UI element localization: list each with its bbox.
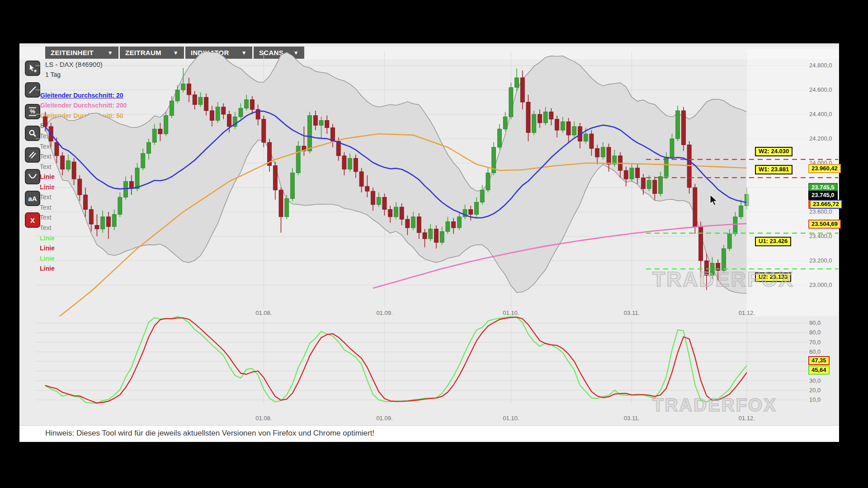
stoch-value-tag: 45,64 <box>808 366 830 375</box>
candle <box>566 122 571 135</box>
candle <box>440 231 444 242</box>
candle <box>590 134 594 148</box>
candle <box>400 207 404 219</box>
candle <box>84 195 88 209</box>
candle <box>486 173 490 190</box>
candle <box>452 222 456 228</box>
candle <box>739 206 743 217</box>
candle <box>727 234 731 249</box>
candle <box>429 229 433 239</box>
candle <box>95 225 99 229</box>
candle <box>354 158 358 172</box>
candle <box>636 168 640 178</box>
candle <box>164 116 168 134</box>
price-axis-label: 23.200,0 <box>809 257 832 264</box>
candle <box>601 147 605 157</box>
candle <box>61 156 65 169</box>
candle <box>670 139 674 157</box>
candle <box>503 117 507 129</box>
candle <box>532 114 536 133</box>
candle <box>308 116 312 151</box>
price-axis-label: 24.800,0 <box>809 62 832 69</box>
candle <box>469 210 473 215</box>
candle <box>624 170 628 179</box>
candle <box>411 217 415 228</box>
candle <box>377 197 381 205</box>
candle <box>434 229 438 243</box>
candle <box>175 90 179 101</box>
candle <box>43 117 47 127</box>
candle <box>348 158 352 169</box>
candle <box>607 147 611 164</box>
candle <box>681 111 685 145</box>
price-axis-label: 24.400,0 <box>809 111 832 117</box>
candle <box>245 100 249 108</box>
stoch-axis-label: 90,0 <box>809 319 821 326</box>
price-tag: 23.745,0 <box>808 191 838 200</box>
candle <box>676 111 680 139</box>
price-tag: 23.960,42 <box>808 164 841 173</box>
candle <box>325 121 329 128</box>
candle <box>55 142 59 156</box>
candle <box>216 107 220 121</box>
candle <box>210 111 214 121</box>
candle <box>187 84 191 95</box>
candle <box>359 172 363 186</box>
candle <box>158 129 162 134</box>
app-window: ZEITEINHEIT▼ZEITRAUM▼INDIKATOR▼SCANS▼ %a… <box>0 0 868 488</box>
candle <box>653 180 657 194</box>
level-label-w1: W1: 23.881 <box>755 165 793 174</box>
candle <box>526 102 530 133</box>
price-tag: 23.504,69 <box>808 220 841 229</box>
candle <box>273 165 277 190</box>
stoch-value-tag: 47,35 <box>808 356 830 365</box>
candle <box>497 129 501 147</box>
candle <box>135 168 139 189</box>
candle <box>342 156 346 169</box>
candle <box>124 182 128 197</box>
price-axis-label: 24.200,0 <box>809 135 832 142</box>
candle <box>659 177 663 194</box>
candle <box>584 134 588 141</box>
candle <box>555 119 559 130</box>
candle <box>204 97 208 111</box>
svg-text:%: % <box>30 108 35 115</box>
candle <box>72 162 76 179</box>
candle <box>279 190 283 216</box>
stoch-axis-label: 30,0 <box>809 377 821 384</box>
candle <box>543 112 547 123</box>
level-label-u1: U1: 23.426 <box>755 237 791 246</box>
watermark: TRADERFOX <box>652 267 794 291</box>
candle <box>538 114 542 123</box>
footer-hint: Hinweis: Dieses Tool wird für die jeweil… <box>45 426 839 441</box>
candle <box>170 101 174 115</box>
candle <box>388 210 392 217</box>
candle <box>78 179 82 195</box>
candle <box>371 191 375 205</box>
candle <box>630 168 634 179</box>
stoch-axis-label: 80,0 <box>809 329 821 336</box>
price-axis-label: 24.600,0 <box>809 86 832 93</box>
candle <box>101 217 105 229</box>
candle <box>382 197 387 210</box>
candle <box>733 217 737 234</box>
stoch-axis-label: 20,0 <box>809 387 821 394</box>
candle <box>423 233 427 239</box>
candle <box>290 173 294 199</box>
price-axis-label: 23.000,0 <box>809 282 832 288</box>
candle <box>319 121 323 126</box>
stoch-axis-label: 10,0 <box>809 396 821 403</box>
candle <box>595 149 599 157</box>
candle <box>641 178 645 188</box>
candle <box>509 88 513 117</box>
candle <box>406 219 410 228</box>
candle <box>250 100 254 110</box>
candle <box>227 114 231 127</box>
candle <box>480 190 484 202</box>
candle <box>222 107 226 114</box>
candle <box>152 129 156 142</box>
candle <box>365 186 369 191</box>
candle <box>198 97 203 104</box>
footer-bar: Hinweis: Dieses Tool wird für die jeweil… <box>19 425 839 442</box>
candle <box>572 127 576 135</box>
